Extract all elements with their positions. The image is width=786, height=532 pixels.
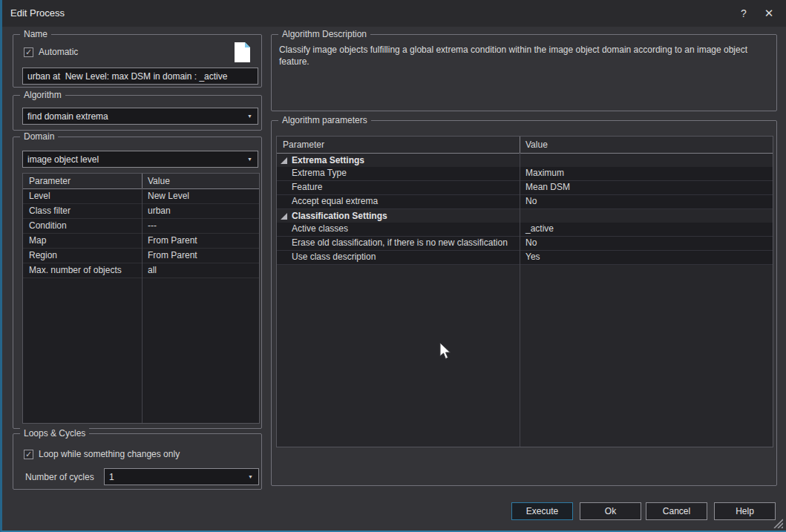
column-divider xyxy=(142,188,143,423)
help-icon[interactable]: ? xyxy=(736,6,752,21)
domain-group: Domain image object level ▼ Parameter Va… xyxy=(13,137,262,429)
algorithm-selected-value: find domain extrema xyxy=(27,111,108,122)
loops-group: Loops & Cycles ✓ Loop while something ch… xyxy=(13,433,262,490)
algorithm-parameters-table: Parameter Value Extrema Settings Extrema… xyxy=(276,136,773,447)
edit-process-dialog: Edit Process ? ✕ Name ✓ Automatic Algori… xyxy=(0,0,786,532)
param-section-extrema[interactable]: Extrema Settings xyxy=(277,154,773,167)
param-row[interactable]: Feature Mean DSM xyxy=(277,181,773,195)
algorithm-description-text: Classify image objects fulfilling a glob… xyxy=(279,44,767,68)
loops-group-label: Loops & Cycles xyxy=(20,428,89,439)
table-row[interactable]: Max. number of objects all xyxy=(23,263,259,278)
dialog-title: Edit Process xyxy=(10,7,65,19)
domain-parameter-table: Parameter Value Level New Level Class fi… xyxy=(22,173,260,424)
column-divider xyxy=(520,153,520,447)
param-row[interactable]: Erase old classification, if there is no… xyxy=(277,237,773,251)
help-button[interactable]: Help xyxy=(714,502,776,520)
column-divider xyxy=(520,137,520,153)
domain-header-value: Value xyxy=(148,174,170,188)
cycles-value: 1 xyxy=(109,472,114,482)
parameters-group-label: Algorithm parameters xyxy=(278,115,371,125)
titlebar[interactable]: Edit Process ? ✕ xyxy=(2,0,786,27)
chevron-down-icon: ▼ xyxy=(247,114,252,119)
close-icon[interactable]: ✕ xyxy=(761,6,777,21)
domain-selected-value: image object level xyxy=(27,154,99,165)
table-row[interactable]: Map From Parent xyxy=(23,234,259,249)
algorithm-group: Algorithm find domain extrema ▼ xyxy=(13,95,262,131)
automatic-checkbox[interactable]: ✓ Automatic xyxy=(24,47,78,57)
resize-grip[interactable] xyxy=(772,519,783,528)
checkbox-icon: ✓ xyxy=(24,47,33,57)
chevron-down-icon: ▼ xyxy=(247,157,252,162)
domain-select[interactable]: image object level ▼ xyxy=(22,151,258,168)
loop-label: Loop while something changes only xyxy=(39,449,180,459)
table-row[interactable]: Level New Level xyxy=(23,189,259,204)
column-divider xyxy=(142,174,143,188)
loop-checkbox[interactable]: ✓ Loop while something changes only xyxy=(24,449,180,459)
table-row[interactable]: Condition --- xyxy=(23,219,259,234)
param-row[interactable]: Extrema Type Maximum xyxy=(277,167,773,181)
name-group-label: Name xyxy=(20,29,51,39)
process-name-input[interactable] xyxy=(22,68,258,85)
cycles-label: Number of cycles xyxy=(25,472,94,482)
ok-button[interactable]: Ok xyxy=(580,502,641,520)
expander-icon[interactable] xyxy=(281,213,287,220)
checkbox-icon: ✓ xyxy=(24,450,33,459)
domain-table-header: Parameter Value xyxy=(23,174,259,189)
algorithm-group-label: Algorithm xyxy=(20,90,65,100)
new-document-icon[interactable] xyxy=(234,42,251,63)
algorithm-select[interactable]: find domain extrema ▼ xyxy=(22,108,258,125)
domain-header-parameter: Parameter xyxy=(29,174,71,188)
param-row[interactable]: Accept equal extrema No xyxy=(277,195,773,209)
cancel-button[interactable]: Cancel xyxy=(646,502,707,520)
param-section-classification[interactable]: Classification Settings xyxy=(277,209,773,223)
parameters-group: Algorithm parameters Parameter Value Ext… xyxy=(271,120,777,486)
param-row[interactable]: Active classes _active xyxy=(277,223,773,237)
name-group: Name ✓ Automatic xyxy=(13,34,262,88)
param-row[interactable]: Use class description Yes xyxy=(277,251,773,265)
cycles-select[interactable]: 1 ▼ xyxy=(104,468,259,485)
params-table-header: Parameter Value xyxy=(277,137,773,154)
params-header-parameter: Parameter xyxy=(283,137,324,153)
description-group-label: Algorithm Description xyxy=(278,29,370,39)
table-row[interactable]: Class filter urban xyxy=(23,204,259,219)
domain-group-label: Domain xyxy=(20,131,58,142)
params-header-value: Value xyxy=(525,137,548,153)
description-group: Algorithm Description Classify image obj… xyxy=(271,34,777,111)
table-row[interactable]: Region From Parent xyxy=(23,249,259,263)
chevron-down-icon: ▼ xyxy=(248,474,253,479)
expander-icon[interactable] xyxy=(281,157,287,164)
automatic-label: Automatic xyxy=(39,47,78,57)
execute-button[interactable]: Execute xyxy=(511,502,573,520)
